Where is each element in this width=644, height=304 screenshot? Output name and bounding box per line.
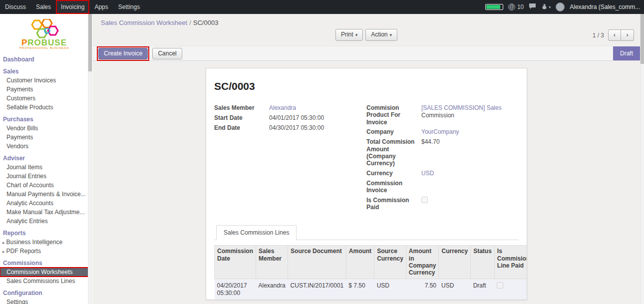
commission-line-row[interactable]: 04/20/2017 05:30:00 Alexandra CUST.IN/20…: [215, 279, 528, 300]
amount-cell: $ 7.50: [346, 279, 374, 300]
sidebar-item-purchase-payments[interactable]: Payments: [0, 133, 88, 142]
debug-menu[interactable]: ▾: [541, 3, 551, 11]
menu-settings[interactable]: Settings: [113, 0, 145, 14]
sidebar-header-commissions[interactable]: Commissions: [0, 258, 88, 268]
sidebar-item-business-intelligence[interactable]: ▸Business Intelligence: [0, 238, 88, 247]
pager-next-button[interactable]: ›: [621, 29, 634, 41]
sidebar-item-manual-tax-adjustment[interactable]: Make Manual Tax Adjustme...: [0, 208, 88, 217]
column-header-company-amount[interactable]: Amount in Company Currency: [406, 246, 439, 279]
sidebar-header-reports[interactable]: Reports: [0, 228, 88, 238]
column-header-sales-member[interactable]: Sales Member: [256, 246, 288, 279]
user-menu[interactable]: [556, 2, 565, 11]
activity-count: 10: [517, 3, 524, 10]
source-currency-cell: USD: [374, 279, 406, 300]
pager-prev-button[interactable]: ‹: [608, 29, 621, 41]
print-button[interactable]: Print▾: [335, 29, 363, 41]
sales-member-cell: Alexandra: [256, 279, 288, 300]
is-commission-paid-checkbox[interactable]: [421, 197, 428, 203]
menu-sales[interactable]: Sales: [31, 0, 56, 14]
commission-invoice-label: Commission Invoice: [366, 180, 421, 194]
sidebar-section-configuration: Configuration Settings ▸Accounting ▸Mana…: [0, 288, 88, 304]
sales-member-label: Sales Member: [214, 104, 269, 111]
tab-sales-commission-lines[interactable]: Sales Commission Lines: [216, 225, 297, 240]
logo-hexagons: [28, 19, 61, 39]
activity-menu[interactable]: @ 10: [508, 3, 524, 10]
sidebar-section-adviser: Adviser Journal Items Journal Entries Ch…: [0, 153, 88, 226]
sidebar-scrollbar-thumb[interactable]: [88, 14, 92, 71]
menu-discuss[interactable]: Discuss: [0, 0, 31, 14]
end-date-value: 04/30/2017 05:30:00: [269, 124, 357, 132]
column-header-amount[interactable]: Amount: [346, 246, 374, 279]
top-navbar: Discuss Sales Invoicing Apps Settings @ …: [0, 0, 644, 14]
menu-invoicing[interactable]: Invoicing: [56, 0, 89, 14]
sidebar-header-dashboard[interactable]: Dashboard: [0, 54, 88, 64]
control-panel: Print▾ Action▾ 1 / 3 ‹ ›: [93, 28, 640, 43]
sidebar-item-label: PDF Reports: [6, 248, 41, 255]
end-date-label: End Date: [214, 124, 269, 131]
cancel-button[interactable]: Cancel: [152, 48, 182, 59]
sidebar-item-settings[interactable]: Settings: [0, 298, 88, 304]
sidebar-item-analytic-entries[interactable]: Analytic Entries: [0, 217, 88, 226]
sidebar-header-sales[interactable]: Sales: [0, 66, 88, 76]
breadcrumb-parent[interactable]: Sales Commission Worksheet: [101, 19, 187, 26]
sidebar-header-adviser[interactable]: Adviser: [0, 153, 88, 163]
sidebar-item-analytic-accounts[interactable]: Analytic Accounts: [0, 199, 88, 208]
sidebar-item-manual-payments[interactable]: Manual Payments & Invoice...: [0, 190, 88, 199]
sidebar-item-customer-invoices[interactable]: Customer Invoices: [0, 76, 88, 85]
sidebar-item-label: Business Intelligence: [6, 239, 63, 246]
sidebar-item-commission-worksheets[interactable]: Commission Worksheets: [0, 268, 88, 277]
sidebar-item-pdf-reports[interactable]: ▸PDF Reports: [0, 247, 88, 256]
chevron-down-icon: ▾: [549, 5, 551, 9]
window-scrollbar-thumb[interactable]: [641, 14, 644, 64]
commission-date-cell: 04/20/2017 05:30:00: [215, 279, 256, 300]
table-header-row: Commission Date Sales Member Source Docu…: [215, 246, 528, 279]
sidebar-item-journal-items[interactable]: Journal Items: [0, 163, 88, 172]
pager: 1 / 3 ‹ ›: [593, 29, 634, 41]
start-date-label: Start Date: [214, 114, 269, 121]
action-button[interactable]: Action▾: [365, 29, 397, 41]
sidebar-section-reports: Reports ▸Business Intelligence ▸PDF Repo…: [0, 228, 88, 256]
commission-product-link[interactable]: [SALES COMMISSION] Sales: [421, 104, 502, 111]
sidebar-item-customers[interactable]: Customers: [0, 94, 88, 103]
sidebar-item-vendors[interactable]: Vendors: [0, 142, 88, 151]
breadcrumb-separator: /: [189, 19, 191, 26]
sidebar-header-purchases[interactable]: Purchases: [0, 114, 88, 124]
create-invoice-button[interactable]: Create Invoice: [98, 48, 148, 59]
field-group-left: Sales Member Alexandra Start Date 04/01/…: [214, 104, 366, 213]
print-label: Print: [341, 31, 353, 38]
sales-member-link[interactable]: Alexandra: [269, 104, 296, 111]
sidebar-item-vendor-bills[interactable]: Vendor Bills: [0, 124, 88, 133]
column-header-currency[interactable]: Currency: [439, 246, 471, 279]
main-content: Sales Commission Worksheet/SC/0003 Print…: [93, 14, 640, 304]
activity-icon: @: [508, 3, 515, 10]
line-paid-checkbox[interactable]: [497, 282, 503, 289]
column-header-source-currency[interactable]: Source Currency: [374, 246, 406, 279]
sidebar-section-purchases: Purchases Vendor Bills Payments Vendors: [0, 114, 88, 151]
window-scrollbar[interactable]: [640, 14, 644, 304]
column-header-commission-date[interactable]: Commission Date: [215, 246, 256, 279]
line-paid-cell: [494, 279, 527, 300]
expand-arrow-icon: ▸: [2, 249, 5, 254]
commission-product-label: Commision Product For Invoice: [366, 104, 421, 126]
sidebar-item-journal-entries[interactable]: Journal Entries: [0, 172, 88, 181]
currency-cell: USD: [439, 279, 471, 300]
expand-arrow-icon: ▸: [2, 240, 5, 245]
currency-link[interactable]: USD: [421, 170, 434, 177]
sidebar-header-configuration[interactable]: Configuration: [0, 288, 88, 298]
messages-menu[interactable]: [529, 3, 536, 11]
sidebar-item-payments[interactable]: Payments: [0, 85, 88, 94]
status-badge[interactable]: Draft: [613, 46, 640, 60]
annotation-box: Create Invoice: [97, 46, 149, 61]
column-header-status[interactable]: Status: [471, 246, 495, 279]
user-name[interactable]: Alexandra (Sales_comm...: [570, 3, 640, 10]
menu-apps[interactable]: Apps: [89, 0, 113, 14]
sidebar-item-chart-of-accounts[interactable]: Chart of Accounts: [0, 181, 88, 190]
column-header-line-paid[interactable]: Is Commision Line Paid: [494, 246, 527, 279]
chat-bubble-icon: [529, 3, 536, 11]
column-header-source-document[interactable]: Source Document: [288, 246, 346, 279]
company-link[interactable]: YourCompany: [421, 128, 459, 135]
sidebar-item-sales-commissions-lines[interactable]: Sales Commissions Lines: [0, 277, 88, 286]
sidebar-item-sellable-products[interactable]: Sellable Products: [0, 103, 88, 112]
logo-text: PROBUSE: [21, 39, 67, 46]
sidebar-scrollbar[interactable]: [88, 14, 92, 304]
